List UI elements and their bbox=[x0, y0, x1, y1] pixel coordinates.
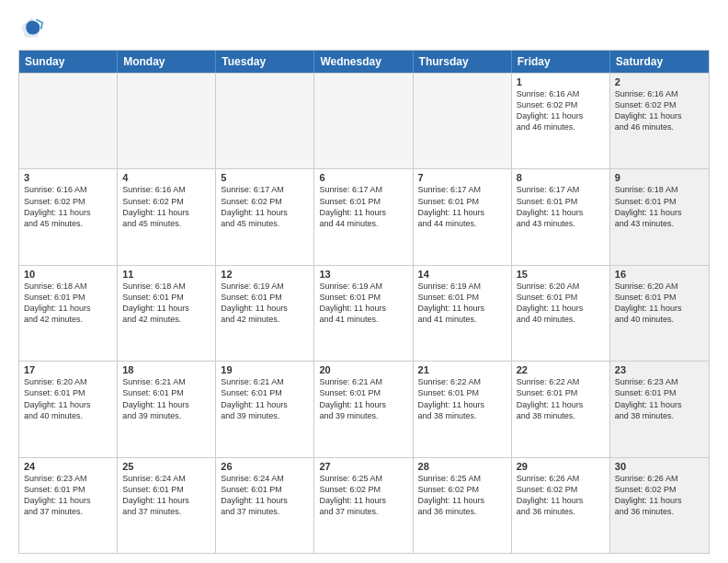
cell-info: Sunrise: 6:18 AM Sunset: 6:01 PM Dayligh… bbox=[615, 184, 704, 229]
day-number: 30 bbox=[615, 461, 704, 472]
day-number: 22 bbox=[517, 364, 605, 375]
calendar-cell: 18Sunrise: 6:21 AM Sunset: 6:01 PM Dayli… bbox=[118, 362, 216, 456]
calendar-cell: 4Sunrise: 6:16 AM Sunset: 6:02 PM Daylig… bbox=[118, 169, 216, 264]
cell-info: Sunrise: 6:22 AM Sunset: 6:01 PM Dayligh… bbox=[418, 376, 506, 421]
cell-info: Sunrise: 6:24 AM Sunset: 6:01 PM Dayligh… bbox=[122, 473, 210, 518]
cell-info: Sunrise: 6:20 AM Sunset: 6:01 PM Dayligh… bbox=[517, 281, 605, 326]
weekday-header: Wednesday bbox=[314, 51, 413, 73]
calendar-cell: 20Sunrise: 6:21 AM Sunset: 6:01 PM Dayli… bbox=[314, 362, 413, 456]
calendar-cell: 14Sunrise: 6:19 AM Sunset: 6:01 PM Dayli… bbox=[414, 266, 512, 361]
cell-info: Sunrise: 6:16 AM Sunset: 6:02 PM Dayligh… bbox=[615, 88, 704, 133]
calendar-cell: 29Sunrise: 6:26 AM Sunset: 6:02 PM Dayli… bbox=[512, 458, 610, 553]
cell-info: Sunrise: 6:17 AM Sunset: 6:01 PM Dayligh… bbox=[418, 184, 506, 229]
calendar-cell: 16Sunrise: 6:20 AM Sunset: 6:01 PM Dayli… bbox=[610, 266, 709, 361]
calendar-cell bbox=[314, 74, 413, 168]
cell-info: Sunrise: 6:16 AM Sunset: 6:02 PM Dayligh… bbox=[517, 88, 605, 133]
cell-info: Sunrise: 6:17 AM Sunset: 6:01 PM Dayligh… bbox=[517, 184, 605, 229]
calendar-cell: 22Sunrise: 6:22 AM Sunset: 6:01 PM Dayli… bbox=[512, 362, 610, 456]
day-number: 5 bbox=[221, 172, 309, 183]
calendar-cell: 19Sunrise: 6:21 AM Sunset: 6:01 PM Dayli… bbox=[216, 362, 314, 456]
cell-info: Sunrise: 6:23 AM Sunset: 6:01 PM Dayligh… bbox=[24, 473, 112, 518]
cell-info: Sunrise: 6:26 AM Sunset: 6:02 PM Dayligh… bbox=[615, 473, 704, 518]
calendar-cell: 21Sunrise: 6:22 AM Sunset: 6:01 PM Dayli… bbox=[414, 362, 512, 456]
calendar-cell: 3Sunrise: 6:16 AM Sunset: 6:02 PM Daylig… bbox=[19, 169, 118, 264]
day-number: 29 bbox=[517, 461, 605, 472]
cell-info: Sunrise: 6:22 AM Sunset: 6:01 PM Dayligh… bbox=[517, 376, 605, 421]
calendar-cell bbox=[216, 74, 314, 168]
page: SundayMondayTuesdayWednesdayThursdayFrid… bbox=[0, 0, 728, 563]
day-number: 20 bbox=[319, 364, 407, 375]
day-number: 9 bbox=[615, 172, 704, 183]
calendar-row: 24Sunrise: 6:23 AM Sunset: 6:01 PM Dayli… bbox=[19, 457, 709, 553]
weekday-header: Monday bbox=[118, 51, 216, 73]
logo-icon bbox=[18, 15, 44, 40]
day-number: 12 bbox=[221, 269, 309, 280]
day-number: 26 bbox=[221, 461, 309, 472]
calendar-cell: 11Sunrise: 6:18 AM Sunset: 6:01 PM Dayli… bbox=[118, 266, 216, 361]
cell-info: Sunrise: 6:21 AM Sunset: 6:01 PM Dayligh… bbox=[221, 376, 309, 421]
day-number: 28 bbox=[418, 461, 506, 472]
calendar-cell: 5Sunrise: 6:17 AM Sunset: 6:02 PM Daylig… bbox=[216, 169, 314, 264]
day-number: 13 bbox=[319, 269, 407, 280]
calendar-cell: 30Sunrise: 6:26 AM Sunset: 6:02 PM Dayli… bbox=[610, 458, 709, 553]
cell-info: Sunrise: 6:16 AM Sunset: 6:02 PM Dayligh… bbox=[122, 184, 210, 229]
cell-info: Sunrise: 6:17 AM Sunset: 6:01 PM Dayligh… bbox=[319, 184, 407, 229]
weekday-header: Tuesday bbox=[216, 51, 314, 73]
day-number: 8 bbox=[517, 172, 605, 183]
calendar-cell: 27Sunrise: 6:25 AM Sunset: 6:02 PM Dayli… bbox=[314, 458, 413, 553]
day-number: 18 bbox=[122, 364, 210, 375]
cell-info: Sunrise: 6:20 AM Sunset: 6:01 PM Dayligh… bbox=[24, 376, 112, 421]
header bbox=[18, 15, 710, 40]
cell-info: Sunrise: 6:21 AM Sunset: 6:01 PM Dayligh… bbox=[122, 376, 210, 421]
calendar-cell: 6Sunrise: 6:17 AM Sunset: 6:01 PM Daylig… bbox=[314, 169, 413, 264]
day-number: 15 bbox=[517, 269, 605, 280]
cell-info: Sunrise: 6:26 AM Sunset: 6:02 PM Dayligh… bbox=[517, 473, 605, 518]
cell-info: Sunrise: 6:19 AM Sunset: 6:01 PM Dayligh… bbox=[418, 281, 506, 326]
day-number: 23 bbox=[615, 364, 704, 375]
calendar-cell: 25Sunrise: 6:24 AM Sunset: 6:01 PM Dayli… bbox=[118, 458, 216, 553]
calendar-cell: 10Sunrise: 6:18 AM Sunset: 6:01 PM Dayli… bbox=[19, 266, 118, 361]
calendar-row: 17Sunrise: 6:20 AM Sunset: 6:01 PM Dayli… bbox=[19, 361, 709, 456]
day-number: 11 bbox=[122, 269, 210, 280]
day-number: 2 bbox=[615, 76, 704, 87]
cell-info: Sunrise: 6:17 AM Sunset: 6:02 PM Dayligh… bbox=[221, 184, 309, 229]
calendar-cell: 8Sunrise: 6:17 AM Sunset: 6:01 PM Daylig… bbox=[512, 169, 610, 264]
cell-info: Sunrise: 6:25 AM Sunset: 6:02 PM Dayligh… bbox=[319, 473, 407, 518]
day-number: 6 bbox=[319, 172, 407, 183]
weekday-header: Friday bbox=[512, 51, 610, 73]
calendar-row: 1Sunrise: 6:16 AM Sunset: 6:02 PM Daylig… bbox=[19, 73, 709, 168]
calendar-cell: 2Sunrise: 6:16 AM Sunset: 6:02 PM Daylig… bbox=[610, 74, 709, 168]
day-number: 19 bbox=[221, 364, 309, 375]
calendar-cell bbox=[19, 74, 118, 168]
cell-info: Sunrise: 6:18 AM Sunset: 6:01 PM Dayligh… bbox=[122, 281, 210, 326]
day-number: 25 bbox=[122, 461, 210, 472]
day-number: 16 bbox=[615, 269, 704, 280]
calendar-cell: 9Sunrise: 6:18 AM Sunset: 6:01 PM Daylig… bbox=[610, 169, 709, 264]
calendar-header: SundayMondayTuesdayWednesdayThursdayFrid… bbox=[19, 51, 709, 73]
calendar-body: 1Sunrise: 6:16 AM Sunset: 6:02 PM Daylig… bbox=[19, 73, 709, 553]
calendar-cell: 13Sunrise: 6:19 AM Sunset: 6:01 PM Dayli… bbox=[314, 266, 413, 361]
calendar-cell: 26Sunrise: 6:24 AM Sunset: 6:01 PM Dayli… bbox=[216, 458, 314, 553]
logo bbox=[18, 15, 48, 40]
calendar-cell bbox=[118, 74, 216, 168]
cell-info: Sunrise: 6:20 AM Sunset: 6:01 PM Dayligh… bbox=[615, 281, 704, 326]
calendar-cell: 12Sunrise: 6:19 AM Sunset: 6:01 PM Dayli… bbox=[216, 266, 314, 361]
day-number: 4 bbox=[122, 172, 210, 183]
calendar-row: 10Sunrise: 6:18 AM Sunset: 6:01 PM Dayli… bbox=[19, 265, 709, 361]
cell-info: Sunrise: 6:16 AM Sunset: 6:02 PM Dayligh… bbox=[24, 184, 112, 229]
calendar-cell: 24Sunrise: 6:23 AM Sunset: 6:01 PM Dayli… bbox=[19, 458, 118, 553]
calendar-cell bbox=[414, 74, 512, 168]
day-number: 10 bbox=[24, 269, 112, 280]
day-number: 14 bbox=[418, 269, 506, 280]
weekday-header: Sunday bbox=[19, 51, 118, 73]
cell-info: Sunrise: 6:19 AM Sunset: 6:01 PM Dayligh… bbox=[319, 281, 407, 326]
calendar-row: 3Sunrise: 6:16 AM Sunset: 6:02 PM Daylig… bbox=[19, 168, 709, 264]
weekday-header: Thursday bbox=[414, 51, 512, 73]
day-number: 3 bbox=[24, 172, 112, 183]
day-number: 1 bbox=[517, 76, 605, 87]
calendar-cell: 23Sunrise: 6:23 AM Sunset: 6:01 PM Dayli… bbox=[610, 362, 709, 456]
calendar-cell: 15Sunrise: 6:20 AM Sunset: 6:01 PM Dayli… bbox=[512, 266, 610, 361]
calendar-cell: 28Sunrise: 6:25 AM Sunset: 6:02 PM Dayli… bbox=[414, 458, 512, 553]
cell-info: Sunrise: 6:24 AM Sunset: 6:01 PM Dayligh… bbox=[221, 473, 309, 518]
calendar-cell: 1Sunrise: 6:16 AM Sunset: 6:02 PM Daylig… bbox=[512, 74, 610, 168]
